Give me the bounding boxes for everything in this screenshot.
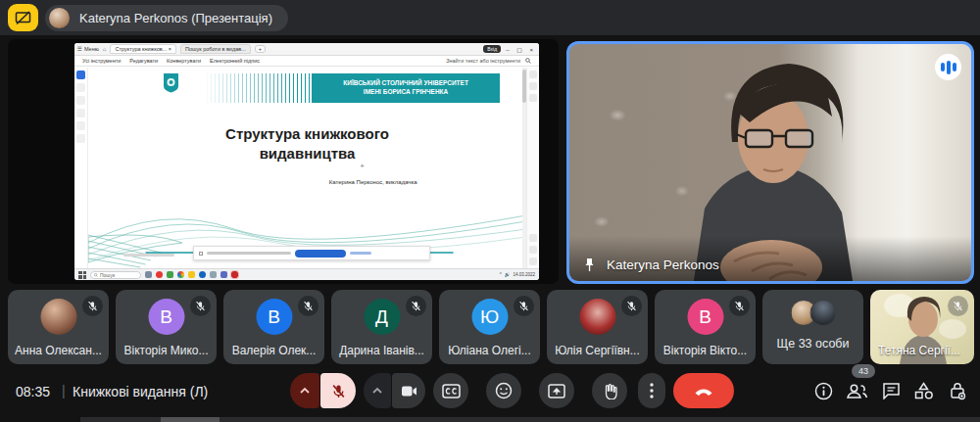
speaker-label: Kateryna Perkonos — [569, 236, 971, 281]
participant-tile[interactable]: Юлія Сергіївн... — [547, 290, 648, 364]
people-button[interactable] — [845, 379, 868, 402]
taskbar-chrome[interactable] — [177, 271, 184, 278]
tray-date: 14.03.2022 — [513, 272, 535, 277]
participant-tile[interactable]: Анна Олексан... — [8, 290, 109, 364]
document-tab-inactive[interactable]: Пошук роботи в видав... — [180, 44, 251, 54]
taskbar-search[interactable]: Пошук — [90, 271, 141, 279]
divider: | — [62, 383, 66, 399]
stamp-tool-icon[interactable] — [76, 134, 85, 143]
participant-name: Анна Олексан... — [12, 344, 105, 357]
participant-tile[interactable]: В Валерія Олек... — [223, 290, 324, 364]
participant-video-tile[interactable]: Тетяна Сергії... — [870, 290, 974, 364]
text-tool-icon[interactable] — [76, 121, 85, 130]
participant-tile[interactable]: В Вікторія Мико... — [116, 290, 217, 364]
clock: 08:35 — [16, 384, 50, 399]
more-options-button[interactable] — [638, 373, 665, 408]
taskbar-app-4[interactable] — [188, 271, 195, 278]
present-button[interactable] — [539, 373, 574, 408]
taskbar-app-2[interactable] — [156, 271, 163, 278]
reactions-button[interactable] — [486, 373, 521, 408]
notice-text — [207, 252, 291, 255]
signin-button[interactable]: Вхід — [483, 45, 501, 53]
chat-button[interactable] — [879, 379, 903, 402]
banner-stripes — [207, 73, 312, 103]
raise-hand-button[interactable] — [592, 373, 627, 408]
panel-icon-1[interactable] — [529, 70, 537, 78]
participant-tile[interactable]: Д Дарина Іванів... — [331, 290, 432, 364]
participant-tile[interactable]: В Вікторія Вікто... — [655, 290, 756, 364]
system-tray[interactable]: ^🔊 14.03.2022 — [500, 272, 535, 277]
background-taskbar-edge — [80, 417, 980, 422]
notice-primary-button[interactable] — [295, 250, 346, 258]
meeting-details-button[interactable] — [811, 379, 835, 402]
presenter-avatar — [49, 8, 70, 28]
notice-link[interactable] — [350, 252, 371, 255]
acrobat-left-tools[interactable] — [74, 68, 88, 268]
end-call-button[interactable] — [673, 373, 734, 408]
participant-name: Тетяна Сергії... — [878, 344, 970, 357]
start-button-icon[interactable] — [78, 271, 86, 279]
mic-off-icon — [734, 301, 745, 311]
overflow-participants-tile[interactable]: Ще 33 особи — [762, 290, 863, 364]
activities-icon — [914, 382, 934, 399]
screen-share-off-icon — [15, 11, 31, 25]
pdf-scrollbar[interactable] — [522, 68, 526, 268]
toolbar-all-tools[interactable]: Усі інструменти — [82, 58, 121, 64]
pdf-slide-page: КИЇВСЬКИЙ СТОЛИЧНИЙ УНІВЕРСИТЕТ ІМЕНІ БО… — [88, 68, 526, 268]
camera-button[interactable] — [392, 373, 425, 408]
mic-options-chevron[interactable] — [290, 373, 319, 408]
windows-taskbar: Пошук ^🔊 14.03.2022 — [74, 268, 539, 280]
toolbar-edit[interactable]: Редагувати — [129, 58, 158, 64]
participant-name: Дарина Іванів... — [335, 344, 428, 357]
search-icon[interactable] — [525, 58, 531, 64]
zoom-in-icon[interactable] — [529, 246, 537, 254]
host-controls-button[interactable] — [946, 379, 969, 402]
home-icon[interactable]: ⌂ — [103, 46, 107, 52]
presentation-indicator[interactable] — [8, 4, 38, 31]
panel-icon-3[interactable] — [529, 94, 537, 102]
find-text-label[interactable]: Знайти текст або інструменти — [446, 58, 520, 64]
speaker-video-tile[interactable]: Kateryna Perkonos — [566, 41, 974, 284]
panel-icon-2[interactable] — [529, 82, 537, 90]
taskbar-app-5[interactable] — [199, 271, 206, 278]
taskbar-app-1[interactable] — [145, 271, 152, 278]
zoom-tool-icon[interactable] — [76, 83, 85, 92]
chat-icon — [882, 382, 901, 399]
presenter-pill[interactable]: Kateryna Perkonos (Презентація) — [45, 5, 288, 31]
toolbar-convert[interactable]: Конвертувати — [167, 58, 201, 64]
highlight-tool-icon[interactable] — [76, 109, 85, 117]
taskbar-app-6[interactable] — [210, 271, 217, 278]
taskbar-app-3[interactable] — [167, 271, 173, 278]
notice-checkbox[interactable] — [199, 252, 203, 256]
participant-photo-avatar — [40, 299, 76, 335]
acrobat-menu-button[interactable]: ☰ Меню — [77, 46, 99, 52]
mic-off-icon — [411, 301, 421, 311]
end-call-icon — [694, 387, 713, 396]
tab-close-icon[interactable]: × — [169, 46, 172, 52]
mic-off-icon — [195, 301, 206, 311]
comment-tool-icon[interactable] — [76, 96, 85, 105]
captions-button[interactable] — [433, 373, 468, 408]
mute-button[interactable] — [320, 373, 356, 408]
zoom-out-icon[interactable] — [529, 258, 537, 265]
activities-button[interactable] — [912, 379, 936, 402]
select-tool-icon[interactable] — [76, 70, 85, 79]
mic-off-icon — [303, 301, 314, 311]
page-nav-icon[interactable] — [529, 234, 537, 242]
taskbar-acrobat-active[interactable] — [231, 271, 238, 278]
present-screen-icon — [548, 384, 565, 399]
new-tab-button[interactable]: + — [255, 45, 266, 53]
slide-byline: Катерина Перконос, викладачка — [329, 179, 417, 185]
presenter-name: Kateryna Perkonos (Презентація) — [79, 11, 272, 25]
more-vertical-icon — [650, 383, 654, 399]
top-bar: Kateryna Perkonos (Презентація) — [0, 0, 980, 35]
taskbar-app-7[interactable] — [220, 271, 227, 278]
acrobat-right-panel[interactable] — [526, 68, 539, 268]
participant-tile[interactable]: Ю Юліана Олегі... — [439, 290, 540, 364]
toolbar-esign[interactable]: Електронний підпис — [210, 58, 260, 64]
screen-share-tile[interactable]: ☰ Меню ⌂ Структура книжков... × Пошук ро… — [8, 39, 559, 284]
window-controls[interactable]: – ▢ × — [506, 46, 536, 53]
mic-off-icon — [331, 384, 346, 399]
document-tab-active[interactable]: Структура книжков... × — [110, 44, 176, 54]
camera-options-chevron[interactable] — [364, 373, 391, 408]
